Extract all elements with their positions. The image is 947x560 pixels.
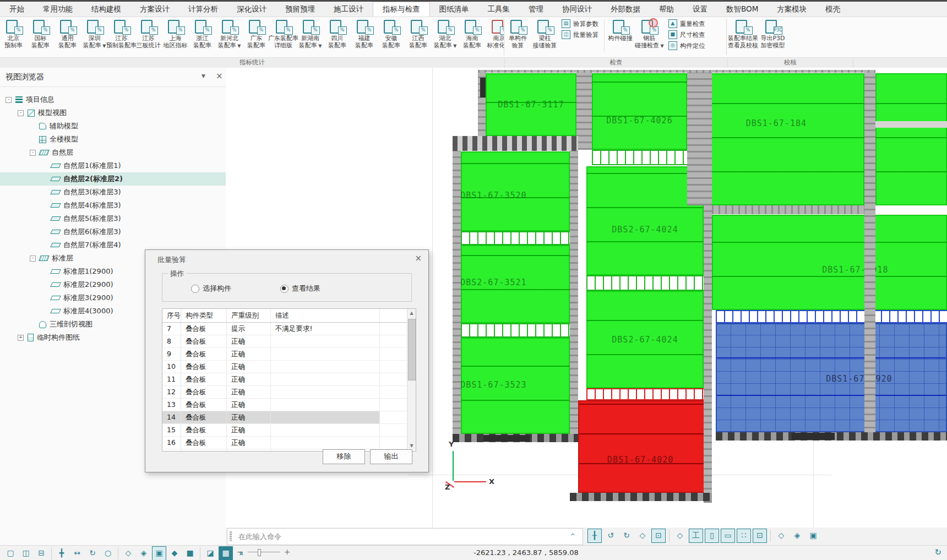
dialog-close-icon[interactable]: ×: [415, 253, 422, 263]
view-shaded-icon[interactable]: ▣: [152, 546, 166, 560]
scrollbar-thumb[interactable]: [408, 319, 416, 380]
table-row[interactable]: 16叠合板正确: [162, 437, 416, 449]
tree-item-自然层6(标准层3)[interactable]: 自然层6(标准层3): [0, 225, 226, 238]
ribbon-button-钢筋碰撞检查[interactable]: %钢筋碰撞检查 ▼: [634, 17, 665, 50]
slab-DBS1-67-2918[interactable]: DBS1-67-2918: [712, 215, 947, 310]
tree-item-自然层1(标准层1)[interactable]: 自然层1(标准层1): [0, 159, 226, 172]
menu-tab[interactable]: 外部数据: [601, 2, 650, 17]
menu-tab[interactable]: 方案模块: [768, 2, 816, 17]
tree-item-自然层[interactable]: -自然层: [0, 146, 226, 159]
export-button[interactable]: 输出: [370, 449, 412, 464]
drag-handle-icon[interactable]: [230, 531, 232, 541]
zoom-track[interactable]: [248, 552, 280, 552]
table-row[interactable]: 11叠合板正确: [162, 373, 416, 386]
size-check-button[interactable]: ■尺寸检查: [668, 30, 705, 39]
ribbon-button-湖北装配率[interactable]: %湖北装配率 ▼: [432, 17, 459, 50]
menu-tab[interactable]: 图纸清单: [430, 2, 478, 17]
new-window-icon[interactable]: ⊟: [34, 546, 48, 560]
slab-unlabeled[interactable]: [875, 73, 947, 205]
ribbon-button-构件碰撞[interactable]: %构件碰撞: [607, 17, 634, 42]
panel-collapse-icon[interactable]: ▼: [202, 73, 205, 79]
view-hidden-icon[interactable]: ◈: [137, 546, 151, 560]
ribbon-button-广东装配率详细版[interactable]: %广东装配率详细版: [270, 17, 297, 49]
slab-DBS1-67-3523[interactable]: DBS1-67-3523: [461, 338, 570, 434]
ribbon-button-江苏三板统计[interactable]: %江苏三板统计: [135, 17, 162, 49]
collapse-box-icon[interactable]: -: [30, 255, 36, 262]
remove-button[interactable]: 移除: [323, 449, 365, 464]
table-row[interactable]: 15叠合板正确: [162, 424, 416, 437]
ribbon-button-浙江装配率[interactable]: %浙江装配率: [189, 17, 216, 49]
slab-DBS2-67-4024[interactable]: DBS2-67-4024: [586, 291, 704, 388]
view-realistic-icon[interactable]: ◆: [167, 546, 182, 560]
menu-tab[interactable]: 模壳: [816, 2, 850, 17]
ribbon-button-通用装配率[interactable]: %通用装配率: [54, 17, 81, 49]
ribbon-button-新河北装配率[interactable]: %新河北装配率 ▼: [216, 17, 243, 50]
zoom-out-icon[interactable]: −: [237, 547, 243, 556]
cube-solid-icon[interactable]: ▣: [806, 529, 820, 543]
menu-tab[interactable]: 开始: [0, 2, 34, 17]
scroll-up-icon[interactable]: ▲: [407, 309, 416, 317]
new-view-icon[interactable]: ▢: [3, 546, 18, 560]
expand-box-icon[interactable]: +: [18, 335, 24, 341]
tree-item-辅助模型[interactable]: 辅助模型: [0, 119, 226, 133]
cube-edges-icon[interactable]: ◈: [790, 529, 804, 543]
ribbon-button-导出P3D加密模型[interactable]: P3D导出P3D加密模型: [759, 17, 786, 49]
section-cube-icon[interactable]: ◪: [203, 546, 217, 560]
table-row[interactable]: 9叠合板正确: [162, 348, 416, 361]
table-row[interactable]: 10叠合板正确: [162, 361, 416, 373]
tree-item-模型视图[interactable]: -模型视图: [0, 106, 226, 119]
zoom-icon[interactable]: ○: [101, 546, 115, 560]
display-settings-icon[interactable]: ▦: [219, 546, 233, 560]
slab-DBS1-67-184[interactable]: DBS1-67-184: [695, 73, 864, 205]
menu-tab[interactable]: 施工设计: [324, 2, 373, 17]
menu-tab[interactable]: 指标与检查: [373, 2, 430, 17]
grid-panel-filter-icon[interactable]: ⊡: [753, 529, 767, 543]
ribbon-button-北京预制率[interactable]: %北京预制率: [0, 17, 27, 49]
menu-tab[interactable]: 结构建模: [82, 2, 130, 17]
pan-icon[interactable]: ↔: [70, 546, 84, 560]
ribbon-button-梁柱接缝验算[interactable]: %梁柱接缝验算: [531, 17, 558, 49]
check-params-button[interactable]: ▤验算参数: [562, 19, 598, 28]
view-wireframe-icon[interactable]: ◇: [121, 546, 135, 560]
menu-tab[interactable]: 方案设计: [130, 2, 179, 17]
slab-filter-icon[interactable]: ◇: [673, 529, 687, 543]
cube-wire-icon[interactable]: ◇: [774, 529, 788, 543]
wall-axis-check-icon[interactable]: ╂: [587, 529, 602, 543]
menu-tab[interactable]: 管理: [519, 2, 553, 17]
panel-close-icon[interactable]: ×: [216, 71, 223, 81]
table-row[interactable]: 8叠合板正确: [162, 335, 416, 348]
collapse-box-icon[interactable]: -: [6, 97, 12, 103]
view-rotate-left-icon[interactable]: ↺: [603, 529, 618, 543]
slab-DBS2-67-4024[interactable]: DBS2-67-4024: [586, 166, 704, 275]
tree-item-自然层4(标准层3)[interactable]: 自然层4(标准层3): [0, 199, 226, 212]
scroll-down-icon[interactable]: ▼: [407, 442, 416, 450]
menu-tab[interactable]: 协同设计: [553, 2, 601, 17]
radio-selected-icon[interactable]: [280, 285, 289, 293]
ribbon-button-单构件验算[interactable]: %单构件验算: [504, 17, 531, 49]
slab-DBS1-67-4020[interactable]: DBS1-67-4020: [578, 400, 709, 493]
ribbon-button-广东装配率[interactable]: %广东装配率: [243, 17, 270, 49]
slab-DBS1-67-3520[interactable]: DBS1-67-3520: [461, 151, 570, 231]
menu-tab[interactable]: 常用功能: [34, 2, 82, 17]
table-row[interactable]: 7叠合板提示不满足要求!: [162, 323, 416, 335]
slab-DBS1-67-2920[interactable]: DBS1-67-2920: [716, 323, 947, 432]
ribbon-button-江苏预制装配率[interactable]: %江苏预制装配率: [108, 17, 135, 49]
ribbon-button-南京标准化率[interactable]: %南京标准化率: [486, 17, 504, 49]
tree-item-项目信息[interactable]: -项目信息: [0, 93, 226, 106]
batch-check-button[interactable]: ◫批量验算: [562, 30, 598, 39]
ribbon-button-上海地区指标[interactable]: %上海地区指标: [162, 17, 189, 49]
ribbon-button-江西装配率[interactable]: %江西装配率: [405, 17, 432, 49]
collapse-box-icon[interactable]: -: [30, 150, 36, 156]
ribbon-button-海南装配率[interactable]: %海南装配率: [459, 17, 486, 49]
wall-panel-filter-icon[interactable]: ▭: [721, 529, 735, 543]
tree-item-自然层2(标准层2)[interactable]: 自然层2(标准层2): [0, 172, 226, 186]
menu-tab[interactable]: 数智BOM: [717, 2, 768, 17]
view-rotate-right-icon[interactable]: ↻: [619, 529, 634, 543]
ribbon-button-装配率结果查看及校核[interactable]: %装配率结果查看及校核: [727, 17, 759, 49]
weight-check-button[interactable]: ▲重量检查: [668, 19, 705, 28]
menu-tab[interactable]: 工具集: [478, 2, 520, 17]
ribbon-button-四川装配率[interactable]: %四川装配率: [324, 17, 351, 49]
zoom-thumb[interactable]: [258, 549, 261, 556]
tree-item-自然层3(标准层3)[interactable]: 自然层3(标准层3): [0, 186, 226, 199]
orbit-icon[interactable]: ↻: [85, 546, 100, 560]
